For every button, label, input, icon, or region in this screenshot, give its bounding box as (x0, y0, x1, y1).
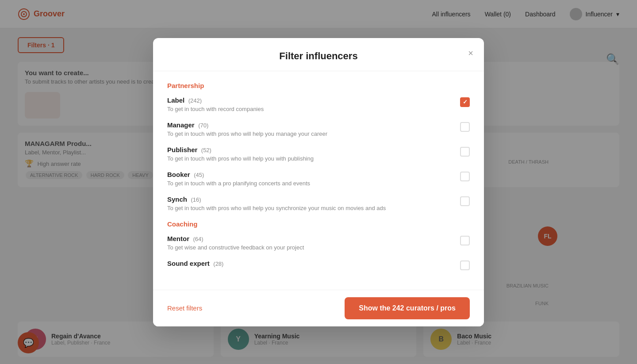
filter-count-mentor: (64) (193, 236, 203, 242)
checkbox-mentor[interactable] (460, 236, 470, 245)
checkbox-manager[interactable] (460, 122, 470, 132)
modal-header: Filter influencers × (153, 38, 484, 71)
filter-desc-booker: To get in touch with a pro planifying co… (167, 180, 453, 187)
filter-desc-label: To get in touch with record companies (167, 106, 453, 112)
checkbox-synch[interactable] (460, 196, 470, 206)
checkbox-publisher[interactable] (460, 147, 470, 157)
section-title-partnership: Partnership (167, 82, 470, 89)
filter-desc-manager: To get in touch with pros who will help … (167, 130, 453, 137)
show-curators-button[interactable]: Show the 242 curators / pros (345, 297, 470, 319)
checkbox-sound-expert[interactable] (460, 261, 470, 270)
section-title-coaching: Coaching (167, 220, 470, 228)
filter-item-publisher: Publisher (52) To get in touch with pros… (167, 146, 470, 162)
reset-filters-button[interactable]: Reset filters (167, 304, 202, 312)
filter-name-booker: Booker (167, 171, 190, 178)
modal-body: Partnership Label (242) To get in touch … (153, 71, 484, 290)
filter-desc-mentor: To get wise and constructive feedback on… (167, 244, 453, 251)
filter-item-sound-expert: Sound expert (28) (167, 260, 470, 270)
filter-count-synch: (16) (191, 196, 201, 203)
filter-name-label: Label (167, 96, 184, 104)
modal-footer: Reset filters Show the 242 curators / pr… (153, 290, 484, 326)
filter-item-mentor: Mentor (64) To get wise and constructive… (167, 235, 470, 251)
filter-item-booker: Booker (45) To get in touch with a pro p… (167, 171, 470, 187)
checkbox-booker[interactable] (460, 172, 470, 181)
filter-name-sound-expert: Sound expert (167, 260, 210, 267)
filter-desc-publisher: To get in touch with pros who will help … (167, 155, 453, 162)
filter-item-synch: Synch (16) To get in touch with pros who… (167, 195, 470, 211)
filter-name-publisher: Publisher (167, 146, 197, 153)
filter-count-label: (242) (188, 97, 202, 104)
filter-name-synch: Synch (167, 195, 187, 203)
filter-desc-synch: To get in touch with pros who will help … (167, 205, 453, 211)
filter-count-booker: (45) (194, 172, 204, 178)
filter-name-mentor: Mentor (167, 235, 189, 242)
filter-item-manager: Manager (70) To get in touch with pros w… (167, 121, 470, 137)
modal-close-button[interactable]: × (468, 49, 473, 57)
checkbox-label[interactable] (460, 97, 470, 107)
filter-count-publisher: (52) (201, 147, 211, 153)
filter-count-manager: (70) (198, 122, 208, 129)
filter-item-label: Label (242) To get in touch with record … (167, 96, 470, 112)
modal-title: Filter influencers (167, 50, 470, 62)
filter-count-sound-expert: (28) (213, 261, 223, 267)
filter-modal: Filter influencers × Partnership Label (… (153, 38, 484, 326)
filter-name-manager: Manager (167, 121, 195, 129)
